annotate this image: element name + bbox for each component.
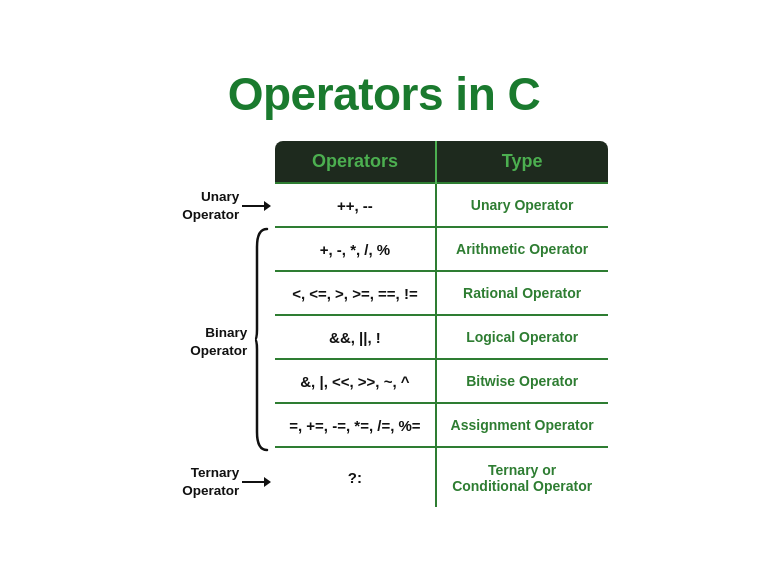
op-assignment: =, +=, -=, *=, /=, %= xyxy=(274,403,435,447)
table-row: +, -, *, /, % Arithmetic Operator xyxy=(274,227,608,271)
page-title: Operators in C xyxy=(228,67,541,121)
op-arithmetic: +, -, *, /, % xyxy=(274,227,435,271)
op-logical: &&, ||, ! xyxy=(274,315,435,359)
ternary-label-group: TernaryOperator xyxy=(158,454,271,509)
binary-label-group: BinaryOperator xyxy=(158,229,271,454)
type-logical: Logical Operator xyxy=(436,315,609,359)
table-row: &, |, <<, >>, ~, ^ Bitwise Operator xyxy=(274,359,608,403)
unary-label-group: UnaryOperator xyxy=(158,182,271,229)
binary-brace xyxy=(253,227,271,456)
unary-label: UnaryOperator xyxy=(182,188,239,223)
binary-row: BinaryOperator xyxy=(158,227,271,456)
type-assignment: Assignment Operator xyxy=(436,403,609,447)
table-row: <, <=, >, >=, ==, != Rational Operator xyxy=(274,271,608,315)
operators-table: Operators Type ++, -- Unary Operator +, … xyxy=(273,139,609,509)
op-ternary: ?: xyxy=(274,447,435,508)
table-header-row: Operators Type xyxy=(274,140,608,183)
ternary-arrow xyxy=(242,477,271,487)
col-header-operators: Operators xyxy=(274,140,435,183)
unary-row: UnaryOperator xyxy=(158,188,271,223)
type-ternary: Ternary orConditional Operator xyxy=(436,447,609,508)
binary-label: BinaryOperator xyxy=(190,324,247,359)
side-labels: UnaryOperator BinaryOperator xyxy=(158,139,273,509)
type-unary: Unary Operator xyxy=(436,183,609,227)
ternary-label: TernaryOperator xyxy=(182,464,239,499)
col-header-type: Type xyxy=(436,140,609,183)
op-rational: <, <=, >, >=, ==, != xyxy=(274,271,435,315)
op-bitwise: &, |, <<, >>, ~, ^ xyxy=(274,359,435,403)
table-row: =, +=, -=, *=, /=, %= Assignment Operato… xyxy=(274,403,608,447)
type-bitwise: Bitwise Operator xyxy=(436,359,609,403)
type-rational: Rational Operator xyxy=(436,271,609,315)
unary-arrow xyxy=(242,201,271,211)
table-row: ?: Ternary orConditional Operator xyxy=(274,447,608,508)
page-container: Operators in C UnaryOperator BinaryOpera… xyxy=(24,67,744,509)
table-row: &&, ||, ! Logical Operator xyxy=(274,315,608,359)
op-unary: ++, -- xyxy=(274,183,435,227)
table-row: ++, -- Unary Operator xyxy=(274,183,608,227)
table-outer: UnaryOperator BinaryOperator xyxy=(158,139,609,509)
type-arithmetic: Arithmetic Operator xyxy=(436,227,609,271)
ternary-row: TernaryOperator xyxy=(158,464,271,499)
